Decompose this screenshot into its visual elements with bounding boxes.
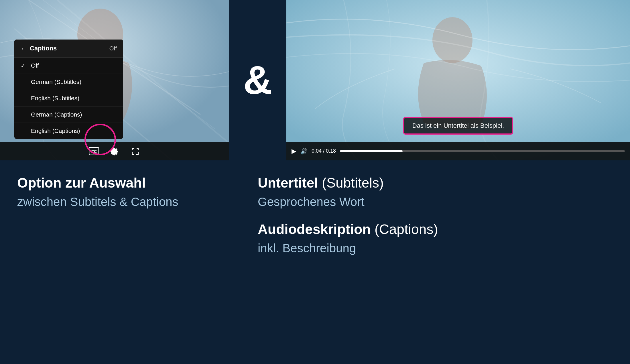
option-zur-auswahl-sub: zwischen Subtitels & Captions	[17, 194, 246, 210]
bottom-right-text: Untertitel (Subtitels) Gesprochenes Wort…	[246, 175, 613, 267]
check-icon: ✓	[21, 62, 27, 69]
captions-menu[interactable]: ← Captions Off ✓ Off German (Subtitles) …	[14, 40, 123, 139]
bottom-left-title: Option zur Auswahl	[17, 175, 246, 191]
untertitel-sub: Gesprochenes Wort	[258, 194, 613, 210]
check-placeholder-2	[21, 95, 27, 102]
settings-button[interactable]	[108, 145, 121, 158]
svg-point-9	[432, 17, 472, 63]
cc-button[interactable]: CC	[88, 145, 100, 158]
captions-option-off[interactable]: ✓ Off	[14, 58, 123, 74]
bottom-left-text: Option zur Auswahl zwischen Subtitels & …	[17, 175, 246, 210]
audiodeskription-title: Audiodeskription (Captions)	[258, 221, 613, 238]
untertitel-block: Untertitel (Subtitels) Gesprochenes Wort	[258, 175, 613, 210]
captions-option-off-label: Off	[31, 62, 39, 69]
check-placeholder-3	[21, 111, 27, 118]
captions-option-english-sub-label: English (Subtitles)	[31, 95, 79, 102]
captions-option-german-captions[interactable]: German (Captions)	[14, 107, 123, 123]
audiodeskription-normal: (Captions)	[371, 222, 438, 237]
captions-option-german-sub-label: German (Subtitles)	[31, 78, 81, 85]
right-background	[286, 0, 630, 160]
right-video-controls: ▶ 🔊 0:04 / 0:18	[286, 142, 630, 160]
video-controls-bar: CC	[0, 142, 229, 160]
option-zur-auswahl-bold: Option zur Auswahl	[17, 175, 146, 190]
audiodeskription-sub: inkl. Beschreibung	[258, 241, 613, 256]
captions-option-german-cap-label: German (Captions)	[31, 111, 82, 118]
ampersand-divider: &	[229, 0, 286, 160]
captions-menu-header: ← Captions Off	[14, 40, 123, 58]
subtitle-example-box: Das ist ein Untertitel als Beispiel.	[403, 117, 513, 135]
untertitel-title: Untertitel (Subtitels)	[258, 175, 613, 191]
svg-text:CC: CC	[91, 149, 97, 154]
captions-option-english-cap-label: English (Captions)	[31, 127, 80, 134]
progress-bar[interactable]	[340, 150, 625, 152]
subtitle-example-text: Das ist ein Untertitel als Beispiel.	[412, 122, 504, 129]
left-video-panel: ← Captions Off ✓ Off German (Subtitles) …	[0, 0, 229, 160]
captions-option-english-captions[interactable]: English (Captions)	[14, 123, 123, 139]
back-arrow-icon[interactable]: ←	[21, 45, 26, 52]
captions-status: Off	[109, 45, 117, 52]
untertitel-bold: Untertitel	[258, 175, 318, 190]
captions-menu-title: Captions	[30, 45, 57, 52]
audiodeskription-block: Audiodeskription (Captions) inkl. Beschr…	[258, 221, 613, 256]
progress-bar-fill	[340, 150, 403, 152]
ampersand-symbol: &	[243, 60, 272, 100]
check-placeholder	[21, 79, 27, 85]
volume-button[interactable]: 🔊	[300, 148, 308, 155]
time-display: 0:04 / 0:18	[312, 148, 336, 154]
right-video-panel: Das ist ein Untertitel als Beispiel. ▶ 🔊…	[286, 0, 630, 160]
audiodeskription-bold: Audiodeskription	[258, 222, 371, 237]
play-button[interactable]: ▶	[292, 147, 296, 155]
untertitel-normal: (Subtitels)	[318, 175, 384, 190]
fullscreen-button[interactable]	[129, 145, 141, 158]
captions-option-german-subtitles[interactable]: German (Subtitles)	[14, 74, 123, 90]
captions-option-english-subtitles[interactable]: English (Subtitles)	[14, 90, 123, 107]
check-placeholder-4	[21, 128, 27, 134]
bottom-section: Option zur Auswahl zwischen Subtitels & …	[0, 160, 630, 364]
